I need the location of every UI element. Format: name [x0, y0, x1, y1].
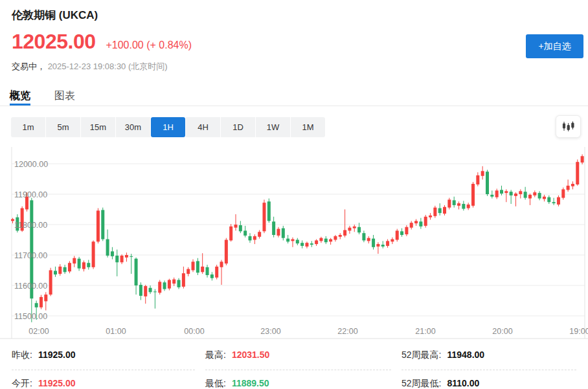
- stat-item: 52周最高:11948.00: [401, 342, 576, 370]
- trading-status: 交易中， 2025-12-23 19:08:30 (北京时间): [12, 61, 168, 72]
- stat-item: 今开:11925.00: [12, 370, 195, 389]
- svg-text:11800.00: 11800.00: [14, 221, 47, 230]
- interval-4h-button[interactable]: 4H: [186, 117, 220, 137]
- svg-text:11900.00: 11900.00: [14, 190, 47, 199]
- svg-text:00:00: 00:00: [184, 327, 204, 336]
- price-row: 12025.00 +100.00 (+ 0.84%): [12, 30, 192, 54]
- svg-text:20:00: 20:00: [492, 327, 512, 336]
- stat-label: 最低:: [205, 378, 226, 389]
- timezone-label: (北京时间): [128, 61, 168, 71]
- tab-bar: 概览 图表: [0, 87, 588, 106]
- svg-text:01:00: 01:00: [106, 327, 126, 336]
- svg-text:19:00: 19:00: [569, 327, 588, 336]
- add-watchlist-button[interactable]: +加自选: [526, 34, 583, 58]
- svg-text:21:00: 21:00: [415, 327, 435, 336]
- svg-text:11700.00: 11700.00: [14, 251, 47, 260]
- stat-item: 昨收:11925.00: [12, 342, 195, 370]
- stat-label: 52周最低:: [401, 378, 441, 389]
- candlestick-icon: [562, 121, 575, 132]
- stat-value: 8110.00: [447, 378, 479, 388]
- svg-text:23:00: 23:00: [260, 327, 280, 336]
- interval-1h-button[interactable]: 1H: [151, 117, 185, 137]
- stat-label: 最高:: [205, 350, 226, 361]
- svg-text:11600.00: 11600.00: [14, 282, 47, 291]
- stat-value: 11925.00: [38, 378, 76, 388]
- svg-text:22:00: 22:00: [337, 327, 357, 336]
- tab-chart[interactable]: 图表: [54, 87, 75, 106]
- interval-1m-button[interactable]: 1M: [291, 117, 325, 137]
- stat-item: 最高:12031.50: [205, 342, 391, 370]
- last-price: 12025.00: [12, 30, 95, 54]
- svg-text:02:00: 02:00: [28, 327, 49, 336]
- interval-15m-button[interactable]: 15m: [81, 117, 115, 137]
- interval-5m-button[interactable]: 5m: [46, 117, 80, 137]
- stat-value: 11948.00: [447, 350, 484, 360]
- quote-timestamp: 2025-12-23 19:08:30: [48, 61, 126, 71]
- interval-1w-button[interactable]: 1W: [256, 117, 290, 137]
- stat-label: 52周最高:: [401, 350, 441, 361]
- trading-status-label: 交易中，: [12, 61, 45, 71]
- stat-item: 最低:11889.50: [205, 370, 391, 389]
- stat-label: 今开:: [12, 378, 32, 389]
- svg-text:11500.00: 11500.00: [14, 312, 47, 321]
- stat-label: 昨收:: [12, 350, 32, 361]
- interval-1d-button[interactable]: 1D: [221, 117, 255, 137]
- stat-value: 12031.50: [232, 350, 269, 360]
- stats-panel: 昨收:11925.00最高:12031.5052周最高:11948.00今开:1…: [12, 342, 576, 389]
- stat-value: 11925.00: [38, 350, 76, 360]
- svg-text:12000.00: 12000.00: [14, 160, 48, 169]
- tab-overview[interactable]: 概览: [10, 87, 30, 106]
- interval-30m-button[interactable]: 30m: [116, 117, 150, 137]
- interval-toolbar: 1m5m15m30m1H4H1D1W1M: [11, 117, 325, 137]
- chart-type-button[interactable]: [556, 115, 581, 138]
- interval-1m-button[interactable]: 1m: [11, 117, 45, 137]
- stat-item: 52周最低:8110.00: [401, 370, 576, 389]
- candlestick-chart[interactable]: 12000.0011900.0011800.0011700.0011600.00…: [0, 144, 588, 339]
- price-change: +100.00 (+ 0.84%): [106, 39, 192, 51]
- stat-value: 11889.50: [232, 378, 269, 388]
- instrument-title: 伦敦期铜 (UKCA): [12, 8, 98, 23]
